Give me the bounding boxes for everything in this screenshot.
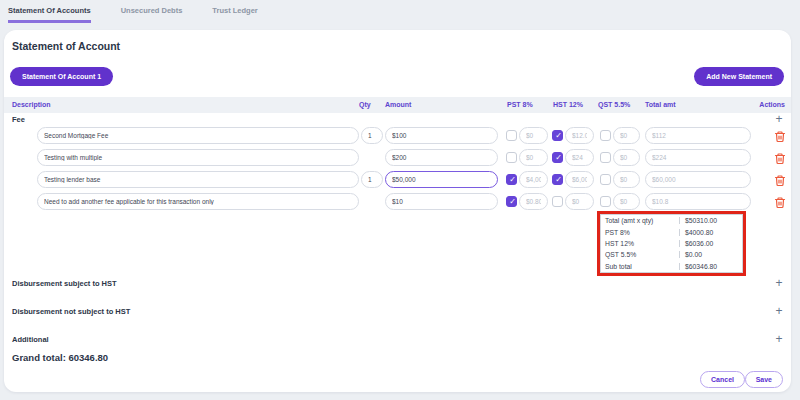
summary-label: Total (amt x qty) [601,217,679,224]
amount-input[interactable] [385,193,498,210]
fee-row [4,149,791,166]
total-amt-input[interactable] [645,193,751,210]
amount-input[interactable] [385,127,498,144]
header-qty: Qty [359,101,371,108]
tax-summary-highlight-box: Total (amt x qty) $50310.00 PST 8% $4000… [597,211,746,276]
pst-amount-input[interactable] [519,193,548,210]
section-label: Disbursement not subject to HST [12,307,130,316]
fee-row [4,171,791,188]
description-input[interactable] [37,127,359,144]
description-input[interactable] [37,171,359,188]
statement-of-account-1-button[interactable]: Statement Of Account 1 [10,67,113,86]
add-disbursement-no-hst-icon[interactable]: + [773,306,785,318]
header-pst: PST 8% [507,101,533,108]
header-actions: Actions [759,101,785,108]
summary-label: HST 12% [601,240,679,247]
amount-input[interactable] [385,149,498,166]
summary-value: $60346.80 [679,263,742,270]
summary-row: PST 8% $4000.80 [601,226,742,237]
qst-amount-input[interactable] [613,193,640,210]
hst-checkbox[interactable] [552,174,563,185]
page-title: Statement of Account [12,40,120,52]
pst-amount-input[interactable] [519,127,548,144]
add-new-statement-button[interactable]: Add New Statement [694,67,784,86]
fee-row [4,193,791,210]
qst-amount-input[interactable] [613,171,640,188]
qst-amount-input[interactable] [613,127,640,144]
qty-input[interactable] [361,127,383,144]
qst-amount-input[interactable] [613,149,640,166]
pst-amount-input[interactable] [519,171,548,188]
qty-input[interactable] [361,171,383,188]
add-fee-row-icon[interactable]: + [773,114,785,126]
summary-row: Total (amt x qty) $50310.00 [601,215,742,226]
pst-checkbox[interactable] [506,174,517,185]
hst-checkbox[interactable] [552,196,563,207]
section-label: Additional [12,335,49,344]
pst-checkbox[interactable] [506,152,517,163]
amount-input[interactable] [385,171,498,188]
save-button[interactable]: Save [745,371,783,388]
qst-checkbox[interactable] [600,130,611,141]
fee-group-label: Fee [12,115,25,124]
summary-value: $4000.80 [679,229,742,236]
summary-label: PST 8% [601,229,679,236]
pst-amount-input[interactable] [519,149,548,166]
total-amt-input[interactable] [645,171,751,188]
qst-checkbox[interactable] [600,196,611,207]
hst-checkbox[interactable] [552,130,563,141]
pst-checkbox[interactable] [506,196,517,207]
summary-label: QST 5.5% [601,251,679,258]
header-total-amt: Total amt [645,101,676,108]
statement-card: Statement of Account Statement Of Accoun… [4,30,791,392]
delete-row-trash-icon[interactable] [774,151,786,164]
description-input[interactable] [37,193,359,210]
cancel-button[interactable]: Cancel [700,371,745,388]
delete-row-trash-icon[interactable] [774,129,786,142]
total-amt-input[interactable] [645,127,751,144]
hst-checkbox[interactable] [552,152,563,163]
fee-row [4,127,791,144]
summary-value: $6036.00 [679,240,742,247]
add-additional-icon[interactable]: + [773,334,785,346]
hst-amount-input[interactable] [565,193,594,210]
description-input[interactable] [37,149,359,166]
qst-checkbox[interactable] [600,152,611,163]
header-hst: HST 12% [553,101,583,108]
tax-summary-table: Total (amt x qty) $50310.00 PST 8% $4000… [600,214,743,273]
header-description: Description [12,101,51,108]
tab-trust-ledger[interactable]: Trust Ledger [212,6,257,23]
hst-amount-input[interactable] [565,149,594,166]
section-label: Disbursement subject to HST [12,279,117,288]
add-disbursement-hst-icon[interactable]: + [773,278,785,290]
summary-label: Sub total [601,263,679,270]
delete-row-trash-icon[interactable] [774,173,786,186]
hst-amount-input[interactable] [565,127,594,144]
tab-bar: Statement Of Accounts Unsecured Debts Tr… [0,0,800,30]
summary-row: QST 5.5% $0.00 [601,249,742,260]
tab-statement-of-accounts[interactable]: Statement Of Accounts [8,6,91,23]
pst-checkbox[interactable] [506,130,517,141]
header-amount: Amount [385,101,411,108]
summary-row: Sub total $60346.80 [601,261,742,272]
hst-amount-input[interactable] [565,171,594,188]
delete-row-trash-icon[interactable] [774,195,786,208]
header-qst: QST 5.5% [598,101,630,108]
summary-value: $50310.00 [679,217,742,224]
section-disbursement-not-subject-to-hst: Disbursement not subject to HST + [4,305,791,319]
section-disbursement-subject-to-hst: Disbursement subject to HST + [4,277,791,291]
summary-value: $0.00 [679,251,742,258]
grand-total: Grand total: 60346.80 [12,352,108,363]
section-additional: Additional + [4,333,791,347]
total-amt-input[interactable] [645,149,751,166]
table-header-row: Description Qty Amount PST 8% HST 12% QS… [4,97,791,113]
qst-checkbox[interactable] [600,174,611,185]
tab-unsecured-debts[interactable]: Unsecured Debts [121,6,183,23]
summary-row: HST 12% $6036.00 [601,238,742,249]
